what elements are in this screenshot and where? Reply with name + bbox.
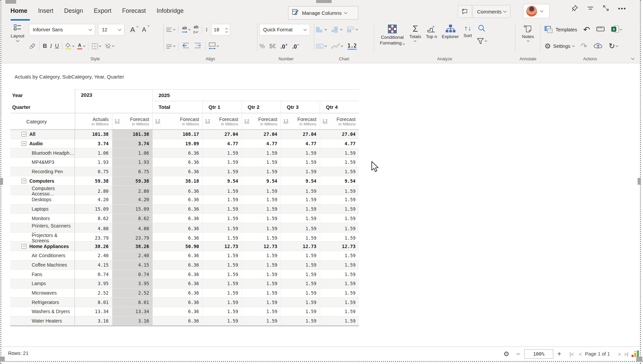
- value-cell[interactable]: 1.59: [202, 289, 242, 298]
- value-cell[interactable]: 8.62: [112, 214, 152, 223]
- row-label[interactable]: Bluetooth Headph…: [10, 148, 75, 157]
- value-cell[interactable]: 1.59: [320, 279, 359, 288]
- column-width-button[interactable]: [208, 42, 219, 50]
- search-button[interactable]: [478, 24, 486, 34]
- quarter-header-q1[interactable]: Qtr 1: [202, 101, 242, 113]
- value-cell[interactable]: 3.16: [112, 316, 152, 326]
- value-cell[interactable]: 1.59: [242, 298, 281, 307]
- measure-header-forecast-2023[interactable]: 1.2 Forecast in Millions: [112, 113, 152, 130]
- first-page-button[interactable]: |<: [569, 347, 574, 361]
- tab-forecast[interactable]: Forecast: [122, 7, 146, 14]
- tab-design[interactable]: Design: [64, 7, 83, 14]
- table-row[interactable]: Recording Pen0.750.756.361.591.591.591.5…: [10, 167, 359, 177]
- value-cell[interactable]: 1.59: [242, 251, 281, 260]
- value-cell[interactable]: 6.36: [152, 289, 202, 298]
- value-cell[interactable]: 1.59: [320, 307, 359, 316]
- value-cell[interactable]: 1.59: [202, 270, 242, 279]
- table-row[interactable]: Monitors8.628.626.361.591.591.591.59: [10, 214, 359, 223]
- value-cell[interactable]: 1.93: [75, 158, 112, 167]
- number-format-badge[interactable]: 1.2: [283, 119, 288, 123]
- value-cell[interactable]: 38.26: [112, 242, 152, 251]
- value-cell[interactable]: 4.20: [75, 195, 112, 204]
- value-cell[interactable]: 6.36: [152, 270, 202, 279]
- value-cell[interactable]: 4.20: [112, 195, 152, 204]
- table-row[interactable]: Computers59.3859.3838.189.549.549.549.54: [10, 176, 359, 186]
- value-cell[interactable]: 6.36: [152, 279, 202, 288]
- table-row[interactable]: Fans0.740.746.361.591.591.591.59: [10, 270, 359, 279]
- value-cell[interactable]: 1.59: [320, 298, 359, 307]
- row-label[interactable]: Home Appliances: [10, 242, 75, 251]
- value-cell[interactable]: 1.59: [202, 214, 242, 223]
- zoom-in-button[interactable]: +: [557, 347, 561, 361]
- table-row[interactable]: Refrigerators8.018.016.361.591.591.591.5…: [10, 298, 359, 307]
- table-row[interactable]: Printers, Scanners …4.884.886.361.591.59…: [10, 223, 359, 233]
- row-label[interactable]: Computers: [10, 176, 75, 185]
- table-row[interactable]: Air Conditioners2.402.406.361.591.591.59…: [10, 251, 359, 261]
- increase-font-size-button[interactable]: A: [130, 26, 135, 34]
- stepper-down-icon[interactable]: [225, 30, 228, 33]
- table-row[interactable]: Home Appliances38.2638.2650.9012.7312.73…: [10, 242, 359, 251]
- value-cell[interactable]: 15.09: [112, 205, 152, 214]
- table-row[interactable]: Microwaves2.522.526.361.591.591.591.59: [10, 289, 359, 298]
- year-header-2025[interactable]: 2025: [152, 89, 359, 101]
- row-label[interactable]: Recording Pen: [10, 167, 75, 176]
- value-cell[interactable]: 9.54: [242, 176, 281, 185]
- decrease-decimal-button[interactable]: .0−: [292, 42, 300, 50]
- table-row[interactable]: Water Heaters3.163.166.361.591.591.591.5…: [10, 316, 359, 326]
- table-row[interactable]: MP4&MP31.931.936.361.591.591.591.59: [10, 158, 359, 167]
- row-label[interactable]: Desktops: [10, 195, 75, 204]
- value-cell[interactable]: 1.59: [320, 261, 359, 270]
- value-cell[interactable]: 1.59: [202, 167, 242, 176]
- table-row[interactable]: Audio3.743.7419.094.774.774.774.77: [10, 139, 359, 149]
- quick-format-select[interactable]: Quick Format: [259, 24, 310, 35]
- row-label[interactable]: Monitors: [10, 214, 75, 223]
- more-options-icon[interactable]: •••: [618, 5, 626, 12]
- value-cell[interactable]: 1.06: [112, 148, 152, 157]
- value-cell[interactable]: 9.54: [281, 176, 320, 185]
- value-cell[interactable]: 27.04: [281, 130, 320, 139]
- quarter-header-total[interactable]: Total: [152, 101, 202, 113]
- number-format-badge[interactable]: 1.2: [323, 119, 328, 123]
- zoom-level-box[interactable]: 100%: [524, 347, 553, 361]
- value-cell[interactable]: 6.36: [152, 316, 202, 326]
- value-cell[interactable]: 3.95: [75, 279, 112, 288]
- export-excel-button[interactable]: x: [611, 25, 622, 34]
- measure-header-forecast-total[interactable]: 1.2 Forecast in Millions: [152, 113, 202, 130]
- manage-columns-button[interactable]: Manage Columns: [288, 6, 358, 20]
- value-cell[interactable]: 1.59: [242, 205, 281, 214]
- value-cell[interactable]: 2.40: [112, 251, 152, 260]
- row-label[interactable]: Audio: [10, 139, 75, 148]
- value-cell[interactable]: 0.74: [112, 270, 152, 279]
- table-row[interactable]: Desktops4.204.206.361.591.591.591.59: [10, 195, 359, 205]
- value-cell[interactable]: 1.59: [281, 158, 320, 167]
- value-cell[interactable]: 1.59: [320, 214, 359, 223]
- ruler-icon[interactable]: [596, 26, 605, 34]
- measure-header-actuals[interactable]: Actuals in Millions: [75, 113, 112, 130]
- value-cell[interactable]: 1.59: [202, 307, 242, 316]
- value-cell[interactable]: 3.95: [112, 279, 152, 288]
- value-cell[interactable]: 4.15: [75, 261, 112, 270]
- value-cell[interactable]: 8.01: [75, 298, 112, 307]
- value-cell[interactable]: 1.59: [242, 261, 281, 270]
- value-cell[interactable]: 1.59: [320, 195, 359, 204]
- resize-handle-top-center[interactable]: [316, 0, 332, 3]
- font-size-select[interactable]: 12: [98, 24, 124, 35]
- value-cell[interactable]: 1.59: [242, 307, 281, 316]
- value-cell[interactable]: 59.38: [112, 176, 152, 185]
- value-cell[interactable]: 6.36: [152, 195, 202, 204]
- value-cell[interactable]: 50.90: [152, 242, 202, 251]
- value-cell[interactable]: 6.36: [152, 307, 202, 316]
- add-comment-button[interactable]: [458, 5, 472, 18]
- value-cell[interactable]: 8.01: [112, 298, 152, 307]
- horizontal-align-button[interactable]: [166, 27, 175, 32]
- value-cell[interactable]: 1.59: [281, 279, 320, 288]
- value-cell[interactable]: 1.59: [242, 289, 281, 298]
- redo-icon[interactable]: ↷: [580, 43, 587, 50]
- number-format-badge[interactable]: 1.2: [205, 119, 210, 123]
- value-cell[interactable]: 12.73: [320, 242, 359, 251]
- row-label[interactable]: MP4&MP3: [10, 158, 75, 167]
- value-cell[interactable]: 38.18: [152, 176, 202, 185]
- pin-icon[interactable]: [571, 5, 578, 13]
- value-cell[interactable]: 2.52: [112, 289, 152, 298]
- value-cell[interactable]: 1.59: [281, 307, 320, 316]
